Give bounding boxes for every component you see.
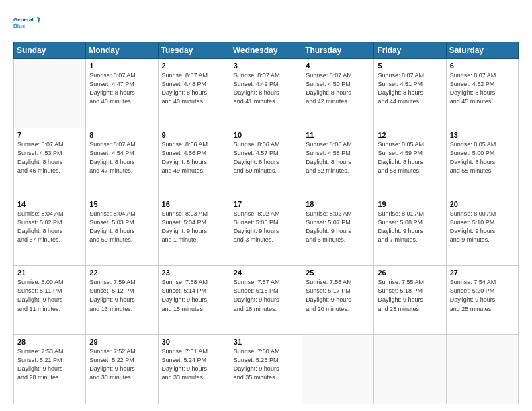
day-number: 4	[306, 62, 370, 70]
day-number: 9	[162, 131, 226, 139]
day-number: 1	[89, 62, 154, 70]
calendar-cell: 21Sunrise: 8:00 AMSunset: 5:11 PMDayligh…	[14, 266, 86, 335]
day-number: 28	[17, 338, 82, 346]
day-number: 22	[89, 269, 154, 277]
day-info: Sunrise: 8:02 AMSunset: 5:07 PMDaylight:…	[306, 210, 370, 244]
calendar-cell: 24Sunrise: 7:57 AMSunset: 5:15 PMDayligh…	[230, 266, 302, 335]
header: General Blue	[13, 11, 519, 35]
calendar-cell: 23Sunrise: 7:58 AMSunset: 5:14 PMDayligh…	[158, 266, 230, 335]
day-number: 2	[162, 62, 226, 70]
weekday-header-row: SundayMondayTuesdayWednesdayThursdayFrid…	[14, 42, 519, 59]
calendar-cell: 9Sunrise: 8:06 AMSunset: 4:56 PMDaylight…	[158, 128, 230, 197]
day-number: 21	[17, 269, 82, 277]
calendar-cell: 2Sunrise: 8:07 AMSunset: 4:48 PMDaylight…	[158, 59, 230, 128]
day-info: Sunrise: 8:07 AMSunset: 4:53 PMDaylight:…	[17, 140, 82, 175]
calendar-cell	[14, 59, 86, 128]
day-number: 25	[306, 269, 370, 277]
day-number: 17	[234, 200, 298, 208]
day-number: 18	[306, 200, 370, 208]
calendar-cell: 11Sunrise: 8:06 AMSunset: 4:58 PMDayligh…	[302, 128, 374, 197]
calendar-cell: 20Sunrise: 8:00 AMSunset: 5:10 PMDayligh…	[446, 197, 518, 266]
calendar-cell: 18Sunrise: 8:02 AMSunset: 5:07 PMDayligh…	[302, 197, 374, 266]
calendar-cell: 29Sunrise: 7:52 AMSunset: 5:22 PMDayligh…	[86, 335, 158, 404]
logo-svg: General Blue	[13, 11, 40, 35]
day-info: Sunrise: 8:04 AMSunset: 5:02 PMDaylight:…	[17, 210, 82, 244]
weekday-header-saturday: Saturday	[446, 42, 518, 59]
calendar-body: 1Sunrise: 8:07 AMSunset: 4:47 PMDaylight…	[14, 59, 519, 404]
calendar-week-row: 1Sunrise: 8:07 AMSunset: 4:47 PMDaylight…	[14, 59, 519, 128]
calendar-week-row: 7Sunrise: 8:07 AMSunset: 4:53 PMDaylight…	[14, 128, 519, 197]
calendar-cell: 8Sunrise: 8:07 AMSunset: 4:54 PMDaylight…	[86, 128, 158, 197]
day-number: 24	[234, 269, 298, 277]
day-info: Sunrise: 7:57 AMSunset: 5:15 PMDaylight:…	[234, 278, 298, 313]
day-info: Sunrise: 7:54 AMSunset: 5:20 PMDaylight:…	[450, 278, 515, 313]
day-info: Sunrise: 8:00 AMSunset: 5:11 PMDaylight:…	[17, 278, 82, 313]
day-number: 6	[450, 62, 515, 70]
weekday-header-friday: Friday	[374, 42, 446, 59]
calendar-cell: 25Sunrise: 7:56 AMSunset: 5:17 PMDayligh…	[302, 266, 374, 335]
day-number: 26	[378, 269, 442, 277]
calendar-cell	[374, 335, 446, 404]
svg-text:Blue: Blue	[13, 23, 26, 29]
logo: General Blue	[13, 11, 40, 35]
day-info: Sunrise: 8:01 AMSunset: 5:08 PMDaylight:…	[378, 210, 442, 244]
day-number: 23	[162, 269, 226, 277]
calendar-cell: 4Sunrise: 8:07 AMSunset: 4:50 PMDaylight…	[302, 59, 374, 128]
calendar-table: SundayMondayTuesdayWednesdayThursdayFrid…	[13, 42, 519, 404]
day-info: Sunrise: 8:07 AMSunset: 4:48 PMDaylight:…	[162, 71, 226, 106]
day-info: Sunrise: 8:07 AMSunset: 4:52 PMDaylight:…	[450, 71, 515, 106]
day-info: Sunrise: 7:58 AMSunset: 5:14 PMDaylight:…	[162, 278, 226, 313]
weekday-header-thursday: Thursday	[302, 42, 374, 59]
calendar-header: SundayMondayTuesdayWednesdayThursdayFrid…	[14, 42, 519, 59]
calendar-week-row: 21Sunrise: 8:00 AMSunset: 5:11 PMDayligh…	[14, 266, 519, 335]
day-number: 14	[17, 200, 82, 208]
day-number: 11	[306, 131, 370, 139]
calendar-week-row: 28Sunrise: 7:53 AMSunset: 5:21 PMDayligh…	[14, 335, 519, 404]
calendar-cell	[302, 335, 374, 404]
calendar-cell: 15Sunrise: 8:04 AMSunset: 5:03 PMDayligh…	[86, 197, 158, 266]
day-info: Sunrise: 8:06 AMSunset: 4:57 PMDaylight:…	[234, 140, 298, 175]
calendar-cell: 30Sunrise: 7:51 AMSunset: 5:24 PMDayligh…	[158, 335, 230, 404]
calendar-cell: 6Sunrise: 8:07 AMSunset: 4:52 PMDaylight…	[446, 59, 518, 128]
day-number: 5	[378, 62, 442, 70]
calendar-week-row: 14Sunrise: 8:04 AMSunset: 5:02 PMDayligh…	[14, 197, 519, 266]
day-info: Sunrise: 8:07 AMSunset: 4:54 PMDaylight:…	[89, 140, 154, 175]
day-info: Sunrise: 8:04 AMSunset: 5:03 PMDaylight:…	[89, 210, 154, 244]
calendar-cell: 13Sunrise: 8:05 AMSunset: 5:00 PMDayligh…	[446, 128, 518, 197]
weekday-header-monday: Monday	[86, 42, 158, 59]
day-number: 20	[450, 200, 515, 208]
day-info: Sunrise: 8:06 AMSunset: 4:56 PMDaylight:…	[162, 140, 226, 175]
calendar-cell: 1Sunrise: 8:07 AMSunset: 4:47 PMDaylight…	[86, 59, 158, 128]
calendar-cell: 14Sunrise: 8:04 AMSunset: 5:02 PMDayligh…	[14, 197, 86, 266]
calendar-cell: 3Sunrise: 8:07 AMSunset: 4:49 PMDaylight…	[230, 59, 302, 128]
day-number: 31	[234, 338, 298, 346]
day-number: 15	[89, 200, 154, 208]
svg-text:General: General	[13, 17, 34, 23]
day-info: Sunrise: 8:00 AMSunset: 5:10 PMDaylight:…	[450, 210, 515, 244]
day-info: Sunrise: 8:05 AMSunset: 4:59 PMDaylight:…	[378, 140, 442, 175]
day-number: 19	[378, 200, 442, 208]
page: General Blue SundayMondayTuesdayWednesda…	[0, 0, 532, 411]
calendar-cell: 12Sunrise: 8:05 AMSunset: 4:59 PMDayligh…	[374, 128, 446, 197]
calendar-cell: 31Sunrise: 7:50 AMSunset: 5:25 PMDayligh…	[230, 335, 302, 404]
day-info: Sunrise: 8:06 AMSunset: 4:58 PMDaylight:…	[306, 140, 370, 175]
weekday-header-tuesday: Tuesday	[158, 42, 230, 59]
day-number: 8	[89, 131, 154, 139]
calendar-cell: 5Sunrise: 8:07 AMSunset: 4:51 PMDaylight…	[374, 59, 446, 128]
calendar-cell: 7Sunrise: 8:07 AMSunset: 4:53 PMDaylight…	[14, 128, 86, 197]
day-info: Sunrise: 7:53 AMSunset: 5:21 PMDaylight:…	[17, 347, 82, 382]
day-number: 7	[17, 131, 82, 139]
day-info: Sunrise: 7:52 AMSunset: 5:22 PMDaylight:…	[89, 347, 154, 382]
weekday-header-wednesday: Wednesday	[230, 42, 302, 59]
calendar-cell: 19Sunrise: 8:01 AMSunset: 5:08 PMDayligh…	[374, 197, 446, 266]
calendar-cell: 26Sunrise: 7:55 AMSunset: 5:18 PMDayligh…	[374, 266, 446, 335]
day-number: 16	[162, 200, 226, 208]
calendar-cell: 27Sunrise: 7:54 AMSunset: 5:20 PMDayligh…	[446, 266, 518, 335]
day-number: 27	[450, 269, 515, 277]
day-info: Sunrise: 7:50 AMSunset: 5:25 PMDaylight:…	[234, 347, 298, 382]
day-number: 3	[234, 62, 298, 70]
day-info: Sunrise: 7:55 AMSunset: 5:18 PMDaylight:…	[378, 278, 442, 313]
calendar-cell: 17Sunrise: 8:02 AMSunset: 5:05 PMDayligh…	[230, 197, 302, 266]
calendar-cell: 22Sunrise: 7:59 AMSunset: 5:12 PMDayligh…	[86, 266, 158, 335]
day-number: 29	[89, 338, 154, 346]
